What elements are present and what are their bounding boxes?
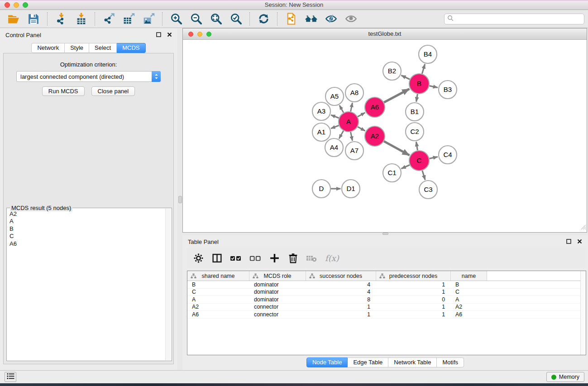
memory-button[interactable]: Memory — [546, 372, 584, 382]
table-cell[interactable]: A — [187, 296, 249, 303]
table-cell[interactable]: A6 — [451, 311, 487, 318]
table-cell[interactable]: 1 — [306, 311, 376, 318]
show-graphics-icon[interactable] — [341, 11, 361, 27]
table-cell[interactable]: 1 — [376, 311, 451, 318]
table-cell[interactable]: connector — [249, 304, 306, 310]
export-image-icon[interactable] — [139, 11, 158, 27]
import-network-icon[interactable] — [51, 11, 71, 27]
edge-C-C3[interactable] — [422, 171, 425, 180]
mcds-result-item[interactable]: A2 — [10, 210, 165, 218]
zoom-window-button[interactable] — [23, 2, 28, 8]
edge-A-A2[interactable] — [358, 127, 365, 131]
edge-A-A4[interactable] — [339, 131, 344, 138]
close-panel-icon[interactable] — [167, 32, 172, 38]
network-document-icon[interactable] — [281, 11, 301, 27]
table-float-panel-icon[interactable] — [566, 238, 572, 244]
table-cell[interactable]: C — [451, 289, 487, 295]
table-cell[interactable]: A2 — [451, 304, 487, 310]
table-cell[interactable]: dominator — [249, 296, 306, 303]
table-cell[interactable]: A2 — [187, 304, 249, 310]
table-row[interactable]: A6connector11A6 — [187, 311, 586, 319]
save-session-icon[interactable] — [24, 11, 43, 27]
node-A3[interactable]: A3 — [312, 102, 330, 120]
open-session-icon[interactable] — [4, 11, 24, 27]
gallery-icon[interactable] — [301, 11, 321, 27]
zoom-in-icon[interactable] — [166, 11, 186, 27]
table-scrollbar[interactable] — [580, 271, 586, 355]
edge-A2-C[interactable] — [384, 141, 409, 155]
mcds-result-item[interactable]: A — [10, 218, 165, 225]
column-header-successor-nodes[interactable]: successor nodes — [306, 271, 376, 281]
edge-B-B1[interactable] — [416, 94, 418, 102]
mcds-result-item[interactable]: C — [10, 233, 165, 240]
node-B4[interactable]: B4 — [419, 45, 437, 63]
select-all-columns-icon[interactable] — [229, 252, 242, 264]
column-header-name[interactable]: name — [451, 271, 487, 281]
edge-C-C4[interactable] — [430, 157, 438, 159]
node-C[interactable]: C — [409, 151, 429, 171]
table-cell[interactable]: 1 — [376, 304, 451, 310]
zoom-out-icon[interactable] — [186, 11, 206, 27]
mcds-result-item[interactable]: A6 — [10, 240, 165, 248]
table-row[interactable]: Adominator80A — [187, 296, 586, 304]
node-A[interactable]: A — [339, 112, 359, 132]
zoom-fit-icon[interactable] — [206, 11, 226, 27]
table-cell[interactable]: connector — [249, 311, 306, 318]
vertical-splitter-handle[interactable] — [178, 196, 182, 203]
table-cell[interactable]: A — [451, 296, 487, 303]
node-C2[interactable]: C2 — [406, 123, 424, 141]
node-A4[interactable]: A4 — [325, 138, 343, 157]
tab-select[interactable]: Select — [89, 43, 117, 53]
edge-A-A5[interactable] — [339, 105, 344, 113]
node-A5[interactable]: A5 — [325, 87, 344, 105]
search-field[interactable] — [455, 15, 581, 23]
task-history-button[interactable] — [5, 372, 16, 382]
criterion-select[interactable]: largest connected component (directed) — [16, 71, 161, 82]
export-network-icon[interactable] — [99, 11, 119, 27]
table-cell[interactable]: A6 — [187, 311, 249, 318]
table-cell[interactable]: B — [451, 281, 487, 288]
export-table-icon[interactable] — [119, 11, 139, 27]
table-cell[interactable]: 4 — [306, 281, 376, 288]
table-settings-icon[interactable] — [192, 252, 204, 264]
node-B2[interactable]: B2 — [383, 62, 401, 80]
table-cell[interactable]: C — [187, 289, 249, 295]
column-header-shared-name[interactable]: shared name — [187, 271, 249, 281]
table-tab-motifs[interactable]: Motifs — [437, 357, 464, 367]
edge-A-A3[interactable] — [331, 115, 339, 118]
table-cell[interactable]: 1 — [306, 304, 376, 310]
network-canvas[interactable]: AA1A2A3A4A5A6A7A8BB1B2B3B4CC1C2C3C4DD1 — [183, 40, 587, 232]
close-panel-button[interactable]: Close panel — [91, 86, 135, 96]
edge-B-B2[interactable] — [401, 76, 410, 80]
node-C1[interactable]: C1 — [383, 164, 401, 182]
table-row[interactable]: Cdominator41C — [187, 289, 586, 296]
node-A2[interactable]: A2 — [365, 126, 385, 146]
edge-C-C2[interactable] — [416, 142, 417, 150]
node-C4[interactable]: C4 — [439, 146, 457, 164]
node-D1[interactable]: D1 — [342, 180, 360, 198]
edge-A-A7[interactable] — [351, 132, 353, 141]
float-panel-icon[interactable] — [156, 32, 162, 38]
edge-A-A6[interactable] — [358, 113, 365, 117]
node-A8[interactable]: A8 — [345, 84, 363, 102]
table-tab-network-table[interactable]: Network Table — [388, 357, 437, 367]
table-close-panel-icon[interactable] — [577, 238, 583, 244]
table-cell[interactable]: B — [187, 281, 249, 288]
table-cell[interactable]: 0 — [376, 296, 451, 303]
table-cell[interactable]: dominator — [249, 281, 306, 288]
node-A1[interactable]: A1 — [312, 123, 330, 141]
node-D[interactable]: D — [312, 180, 330, 198]
node-C3[interactable]: C3 — [419, 181, 437, 199]
mcds-result-item[interactable]: B — [10, 225, 165, 233]
delete-column-icon[interactable] — [287, 252, 299, 264]
edge-B-B3[interactable] — [430, 86, 438, 88]
edge-A-A1[interactable] — [331, 125, 339, 129]
table-tab-edge-table[interactable]: Edge Table — [348, 357, 388, 367]
resize-grip[interactable] — [580, 224, 586, 232]
edge-B-B4[interactable] — [422, 64, 425, 74]
close-window-button[interactable] — [5, 2, 10, 8]
table-tab-node-table[interactable]: Node Table — [306, 357, 348, 367]
table-cell[interactable]: 1 — [376, 289, 451, 295]
show-columns-icon[interactable] — [211, 252, 223, 264]
node-A7[interactable]: A7 — [345, 142, 363, 160]
